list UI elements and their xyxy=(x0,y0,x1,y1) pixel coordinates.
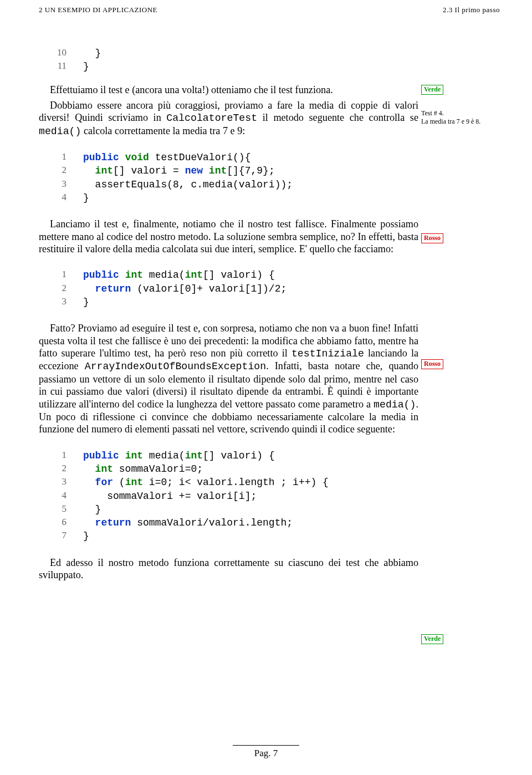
paragraph: Lanciamo il test e, finalmente, notiamo … xyxy=(39,218,418,255)
code-line: 2 return (valori[0]+ valori[1])/2; xyxy=(39,282,500,295)
lineno: 2 xyxy=(39,282,83,295)
running-header: 2 UN ESEMPIO DI APPLICAZIONE 2.3 Il prim… xyxy=(39,6,500,14)
paragraph: Fatto? Proviamo ad eseguire il test e, c… xyxy=(39,322,418,435)
header-right: 2.3 Il primo passo xyxy=(443,6,500,14)
margin-note: Rosso xyxy=(421,359,518,371)
code-text: sommaValori=0; xyxy=(113,463,203,475)
margin-note: Verde xyxy=(421,634,518,646)
code-text: [] valori) { xyxy=(203,450,275,461)
code-line: 3 } xyxy=(39,295,500,309)
code-block-media-v1: 1 public int media(int[] valori) { 2 ret… xyxy=(39,268,500,309)
page-footer: Pag. 7 xyxy=(0,745,532,759)
code-text: media( xyxy=(143,450,185,461)
kw: int xyxy=(125,269,143,281)
kw: int xyxy=(125,450,143,461)
code-text: } xyxy=(83,191,500,205)
code-text: } xyxy=(83,529,500,543)
kw: new xyxy=(185,165,203,176)
lineno: 3 xyxy=(39,178,83,191)
lineno: 4 xyxy=(39,490,83,503)
kw: for xyxy=(95,477,113,488)
code-line: 1 public void testDueValori(){ xyxy=(39,151,500,164)
margin-text: Test # 4. xyxy=(421,109,518,118)
code-text: [] valori) { xyxy=(203,269,275,281)
kw: int xyxy=(95,463,113,475)
code-line: 2 int[] valori = new int[]{7,9}; xyxy=(39,164,500,177)
code-text xyxy=(203,165,209,176)
inline-code: testIniziale xyxy=(291,348,364,359)
code-line: 3 for (int i=0; i< valori.length ; i++) … xyxy=(39,476,500,489)
lineno: 1 xyxy=(39,268,83,282)
kw: public xyxy=(83,450,119,461)
code-text: media( xyxy=(143,269,185,281)
code-line: 7 } xyxy=(39,529,500,543)
code-line: 4 } xyxy=(39,191,500,205)
code-line: 11 } xyxy=(39,60,500,73)
lineno: 4 xyxy=(39,191,83,205)
lineno: 2 xyxy=(39,462,83,476)
code-text: sommaValori += valori[i]; xyxy=(83,490,500,503)
kw: return xyxy=(95,517,131,528)
status-badge-verde: Verde xyxy=(421,634,443,644)
code-text: sommaValori/valori.length; xyxy=(131,517,293,528)
paragraph: Ed adesso il nostro metodo funziona corr… xyxy=(39,557,418,582)
code-text: testDueValori(){ xyxy=(149,152,251,163)
code-text: [] valori = xyxy=(113,165,185,176)
page-number: Pag. 7 xyxy=(254,748,278,758)
kw: public xyxy=(83,152,119,163)
text: il metodo seguente che controlla se xyxy=(257,112,418,123)
inline-code: media() xyxy=(374,399,416,410)
code-line: 5 } xyxy=(39,503,500,516)
margin-note: Test # 4. La media tra 7 e 9 è 8. xyxy=(421,109,518,126)
footer-rule xyxy=(233,745,299,746)
paragraph: Dobbiamo essere ancora più coraggiosi, p… xyxy=(39,99,418,137)
status-badge-rosso: Rosso xyxy=(421,233,443,243)
kw: int xyxy=(95,165,113,176)
lineno: 1 xyxy=(39,449,83,462)
lineno: 3 xyxy=(39,476,83,489)
kw: int xyxy=(185,450,203,461)
code-text: } xyxy=(83,47,500,60)
header-left: 2 UN ESEMPIO DI APPLICAZIONE xyxy=(39,6,157,14)
kw: int xyxy=(185,269,203,281)
lineno: 11 xyxy=(39,60,83,73)
status-badge-rosso: Rosso xyxy=(421,359,443,369)
kw: public xyxy=(83,269,119,281)
lineno: 1 xyxy=(39,151,83,164)
text: calcola correttamente la media tra 7 e 9… xyxy=(81,125,245,136)
code-text: i=0; i< valori.length ; i++) { xyxy=(143,477,329,488)
code-text: } xyxy=(83,295,500,309)
code-block-continuation: 10 } 11 } xyxy=(39,47,500,74)
margin-note: Verde xyxy=(421,85,518,96)
code-line: 1 public int media(int[] valori) { xyxy=(39,449,500,462)
code-block-media-v2: 1 public int media(int[] valori) { 2 int… xyxy=(39,449,500,543)
inline-code: ArrayIndexOutOfBoundsException xyxy=(85,361,266,372)
code-line: 1 public int media(int[] valori) { xyxy=(39,268,500,282)
margin-note: Rosso xyxy=(421,233,518,245)
lineno: 5 xyxy=(39,503,83,516)
code-line: 2 int sommaValori=0; xyxy=(39,462,500,476)
kw: int xyxy=(209,165,227,176)
code-text xyxy=(119,269,125,281)
code-line: 4 sommaValori += valori[i]; xyxy=(39,490,500,503)
status-badge-verde: Verde xyxy=(421,85,443,95)
code-line: 3 assertEquals(8, c.media(valori)); xyxy=(39,178,500,191)
code-text: []{7,9}; xyxy=(227,165,274,176)
code-line: 10 } xyxy=(39,47,500,60)
kw: int xyxy=(125,477,143,488)
code-text: assertEquals(8, c.media(valori)); xyxy=(83,178,500,191)
margin-text: La media tra 7 e 9 è 8. xyxy=(421,118,518,126)
lineno: 3 xyxy=(39,295,83,309)
code-text: } xyxy=(83,60,500,73)
kw: void xyxy=(125,152,149,163)
lineno: 7 xyxy=(39,529,83,543)
paragraph: Effettuiamo il test e (ancora una volta!… xyxy=(39,84,418,96)
code-text: } xyxy=(83,503,500,516)
code-block-testduevalori: 1 public void testDueValori(){ 2 int[] v… xyxy=(39,151,500,205)
lineno: 10 xyxy=(39,47,83,60)
code-text: (valori[0]+ valori[1])/2; xyxy=(131,283,287,294)
page: 2 UN ESEMPIO DI APPLICAZIONE 2.3 Il prim… xyxy=(0,0,532,775)
kw: return xyxy=(95,283,131,294)
lineno: 6 xyxy=(39,516,83,529)
code-text xyxy=(119,450,125,461)
